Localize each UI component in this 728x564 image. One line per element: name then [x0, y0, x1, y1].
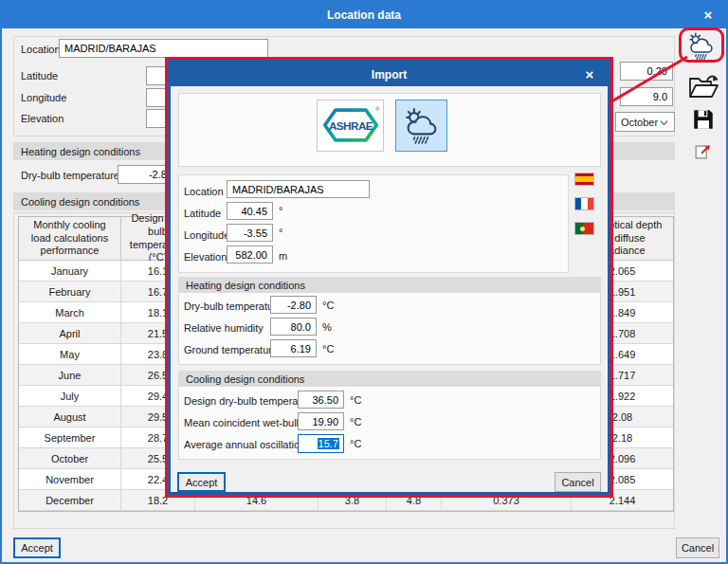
- import-dialog: Import × ASHRAE ®: [168, 60, 610, 495]
- table-cell: November: [19, 469, 121, 490]
- weather-icon: [402, 106, 442, 146]
- import-heating-row0-unit: °C: [322, 300, 334, 311]
- import-latitude-input[interactable]: [227, 202, 273, 220]
- flag-spain-icon[interactable]: [574, 173, 594, 186]
- import-cooling-row2-label: Average annual oscillation: [184, 439, 305, 450]
- heating-section-title: Heating design conditions: [21, 146, 140, 157]
- table-cell: February: [19, 282, 121, 302]
- ashrae-logo-icon: ASHRAE ®: [321, 104, 380, 148]
- longitude-label: Longitude: [21, 92, 66, 103]
- field-2-input[interactable]: [620, 87, 673, 106]
- chevron-down-icon: [659, 117, 669, 128]
- export-button[interactable]: [693, 142, 714, 163]
- cancel-button[interactable]: Cancel: [676, 537, 719, 558]
- table-cell: January: [19, 261, 121, 282]
- accept-button[interactable]: Accept: [13, 537, 61, 558]
- import-heating-row0-input[interactable]: [270, 296, 317, 314]
- import-cooling-row1-input[interactable]: [298, 412, 344, 430]
- import-latitude-label: Latitude: [184, 208, 221, 219]
- table-cell: April: [19, 323, 121, 344]
- weather-source-button[interactable]: [395, 100, 447, 152]
- import-heating-row2-input[interactable]: [270, 339, 317, 357]
- portugal-emblem: [580, 227, 585, 231]
- window-titlebar: Location data ×: [2, 2, 726, 28]
- table-cell: December: [19, 490, 121, 511]
- import-cooling-row0-unit: °C: [350, 394, 361, 406]
- import-cooling-row1-unit: °C: [350, 416, 361, 428]
- import-cancel-button[interactable]: Cancel: [555, 472, 601, 492]
- import-elevation-input[interactable]: [227, 246, 273, 264]
- open-file-button[interactable]: [686, 74, 720, 100]
- table-cell: March: [19, 302, 121, 323]
- import-titlebar: Import ×: [171, 63, 608, 86]
- import-title: Import: [372, 68, 407, 82]
- ashrae-logo-text: ASHRAE: [328, 118, 373, 131]
- import-close-icon[interactable]: ×: [577, 63, 602, 85]
- import-cooling-header: Cooling design conditions: [178, 371, 601, 387]
- location-input[interactable]: [59, 39, 268, 58]
- import-heating-header: Heating design conditions: [178, 277, 601, 293]
- save-floppy-icon: [691, 107, 716, 134]
- open-folder-icon: [687, 73, 719, 101]
- import-latitude-unit: °: [279, 205, 282, 216]
- import-longitude-label: Longitude: [184, 229, 229, 241]
- table-cell: August: [19, 407, 121, 428]
- import-cooling-row0-input[interactable]: [298, 391, 344, 409]
- import-heating-row2-unit: °C: [322, 343, 334, 355]
- table-cell: May: [19, 344, 121, 365]
- import-cooling-row2-input[interactable]: 15.7: [298, 434, 344, 453]
- cooling-section-title: Cooling design conditions: [21, 196, 139, 208]
- import-dialog-highlight-frame: Import × ASHRAE ®: [165, 57, 613, 498]
- import-accept-button[interactable]: Accept: [177, 472, 226, 492]
- import-cooling-row1-label: Mean coincident wet-bulb: [184, 417, 302, 428]
- import-location-input[interactable]: [227, 180, 370, 198]
- table-header-month: Monthly cooling load calculations perfor…: [19, 217, 121, 261]
- import-heating-row2-label: Ground temperature: [184, 344, 278, 355]
- table-cell: June: [19, 365, 121, 386]
- flag-france-icon[interactable]: [574, 197, 594, 210]
- table-cell: July: [19, 386, 121, 407]
- svg-text:®: ®: [375, 105, 380, 111]
- latitude-label: Latitude: [21, 70, 58, 82]
- import-heating-title: Heating design conditions: [186, 280, 305, 291]
- import-location-label: Location: [184, 186, 224, 197]
- import-elevation-unit: m: [279, 250, 287, 262]
- flag-portugal-icon[interactable]: [574, 222, 594, 235]
- table-cell: October: [19, 448, 121, 469]
- import-heating-row1-input[interactable]: [270, 318, 317, 336]
- import-heating-row0-label: Dry-bulb temperature: [184, 300, 282, 312]
- import-sources-panel: [178, 93, 601, 167]
- table-cell: September: [19, 428, 121, 448]
- import-cooling-title: Cooling design conditions: [186, 373, 304, 385]
- import-elevation-label: Elevation: [184, 251, 227, 263]
- save-button[interactable]: [691, 108, 716, 133]
- import-heating-row1-label: Relative humidity: [184, 322, 264, 334]
- selected-text: 15.7: [318, 438, 339, 449]
- weather-icon: [686, 31, 717, 62]
- elevation-label: Elevation: [21, 113, 64, 124]
- close-icon[interactable]: ×: [696, 2, 720, 27]
- field-1-input[interactable]: [620, 62, 673, 81]
- import-cooling-row2-unit: °C: [350, 438, 361, 449]
- import-cooling-row0-label: Design dry-bulb temperature: [184, 395, 316, 407]
- import-longitude-unit: °: [279, 227, 282, 238]
- month-select-value: October: [621, 117, 658, 128]
- weather-import-button[interactable]: [685, 31, 718, 61]
- location-data-window: Location data × Location Latitude Longit…: [0, 0, 728, 564]
- location-label: Location: [21, 44, 61, 55]
- import-longitude-input[interactable]: [227, 224, 273, 242]
- window-title: Location data: [327, 9, 401, 22]
- ashrae-source-button[interactable]: ASHRAE ®: [317, 100, 384, 152]
- dry-bulb-label: Dry-bulb temperature: [21, 170, 119, 181]
- import-heating-row1-unit: %: [322, 321, 332, 333]
- export-icon: [693, 141, 714, 164]
- month-select[interactable]: October: [615, 112, 675, 132]
